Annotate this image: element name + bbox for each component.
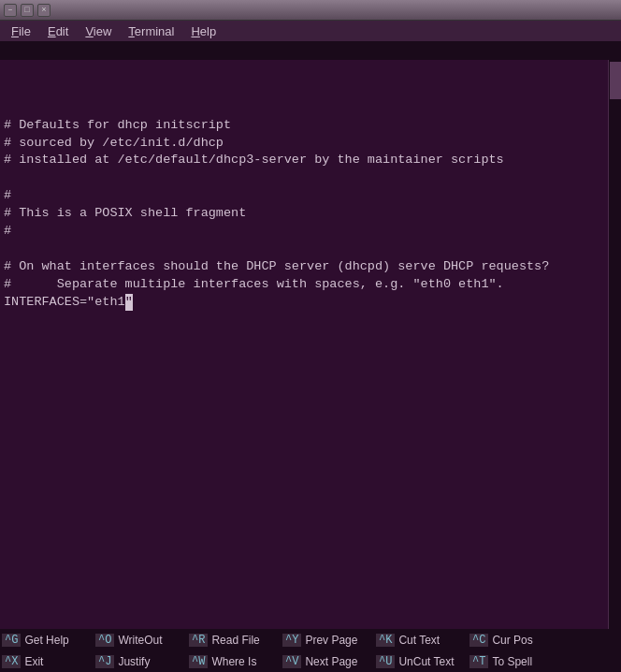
shortcut-key: ^W [189,655,208,668]
shortcut-label: Exit [24,655,43,668]
shortcut-ctrl-k[interactable]: ^KCut Text [374,629,468,650]
shortcut-key: ^G [2,634,21,647]
shortcut-label: WriteOut [118,634,162,647]
shortcut-row-1: ^GGet Help^OWriteOut^RRead File^YPrev Pa… [0,629,621,650]
editor-line [4,241,617,258]
editor-content: # Defaults for dhcp initscript# sourced … [4,64,617,311]
shortcut-ctrl-r[interactable]: ^RRead File [187,629,281,650]
menu-view[interactable]: View [78,22,119,40]
editor-line: # installed at /etc/default/dhcp3-server… [4,152,617,169]
editor-line: # sourced by /etc/init.d/dhcp [4,135,617,153]
shortcut-row-2: ^XExit^JJustify^WWhere Is^VNext Page^UUn… [0,650,621,672]
shortcut-key: ^O [95,634,114,647]
shortcut-key: ^V [282,655,301,668]
editor-line: # On what interfaces should the DHCP ser… [4,258,617,276]
bottombar: ^GGet Help^OWriteOut^RRead File^YPrev Pa… [0,629,621,672]
statusbar [0,41,621,60]
shortcut-ctrl-t[interactable]: ^TTo Spell [468,650,561,672]
shortcut-ctrl-y[interactable]: ^YPrev Page [281,629,374,650]
shortcut-key: ^K [376,634,395,647]
shortcut-ctrl-g[interactable]: ^GGet Help [0,629,94,650]
shortcut-key: ^R [189,634,208,647]
editor-line: # [4,187,617,205]
shortcut-ctrl-j[interactable]: ^JJustify [94,650,187,672]
shortcut-ctrl-x[interactable]: ^XExit [0,650,94,672]
shortcut-ctrl-c[interactable]: ^CCur Pos [468,629,561,650]
shortcut-label: UnCut Text [398,655,454,668]
shortcut-label: Cur Pos [492,634,532,647]
shortcut-key: ^C [469,634,488,647]
shortcut-ctrl-w[interactable]: ^WWhere Is [187,650,281,672]
menu-file[interactable]: File [4,22,38,40]
menu-edit[interactable]: Edit [40,22,76,40]
titlebar-buttons: – □ × [4,4,51,17]
editor-wrapper: # Defaults for dhcp initscript# sourced … [0,60,621,629]
shortcut-label: Justify [118,655,150,668]
shortcut-ctrl-o[interactable]: ^OWriteOut [94,629,187,650]
shortcut-label: Where Is [211,655,256,668]
editor-line: # Defaults for dhcp initscript [4,117,617,135]
close-button[interactable]: × [37,4,51,17]
scrollbar[interactable] [608,60,621,629]
shortcut-label: Cut Text [398,634,440,647]
shortcut-key: ^T [469,655,488,668]
shortcut-label: Get Help [24,634,68,647]
minimize-button[interactable]: – [4,4,17,17]
scrollbar-thumb[interactable] [610,62,621,99]
shortcut-key: ^X [2,655,21,668]
titlebar: – □ × [0,0,621,21]
menu-help[interactable]: Help [183,22,224,40]
editor[interactable]: # Defaults for dhcp initscript# sourced … [0,60,621,629]
shortcut-ctrl-u[interactable]: ^UUnCut Text [374,650,468,672]
shortcut-key: ^U [376,655,395,668]
editor-line: # This is a POSIX shell fragment [4,205,617,223]
shortcut-label: Prev Page [305,634,357,647]
editor-line [4,169,617,187]
shortcut-key: ^Y [282,634,301,647]
maximize-button[interactable]: □ [21,4,34,17]
editor-line: # Separate multiple interfaces with spac… [4,276,617,294]
menu-terminal[interactable]: Terminal [121,22,181,40]
shortcut-label: Read File [211,634,259,647]
menubar: File Edit View Terminal Help [0,21,621,41]
shortcut-key: ^J [95,655,114,668]
editor-line: # [4,223,617,241]
editor-line: INTERFACES="eth1" [4,294,617,312]
shortcut-ctrl-v[interactable]: ^VNext Page [281,650,374,672]
text-cursor: " [125,294,133,312]
shortcut-label: Next Page [305,655,357,668]
shortcut-label: To Spell [492,655,532,668]
